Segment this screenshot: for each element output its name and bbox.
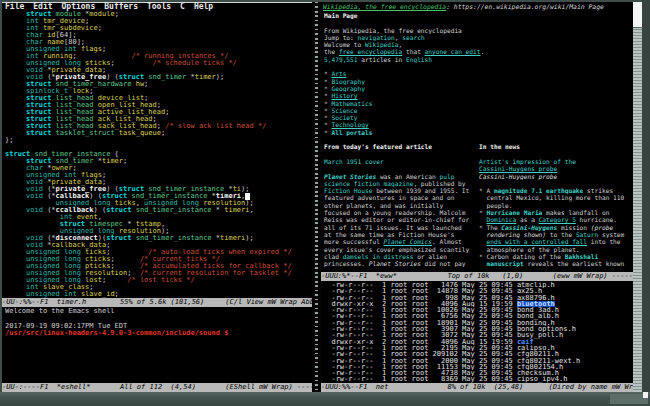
eww-buffer-wikipedia[interactable]: Main Page From Wikipedia, the free encyc… xyxy=(324,12,634,272)
text-segment: ; xyxy=(153,116,157,123)
link[interactable]: magnitude 7.1 earthquake xyxy=(494,187,583,194)
link[interactable]: search xyxy=(402,34,424,41)
text-segment: timer xyxy=(195,74,216,81)
code-buffer-timer-h[interactable]: struct module *module; int tmr_device; i… xyxy=(5,11,312,298)
text-segment: unsigned long xyxy=(56,200,115,207)
menu-bar: FileEditOptionsBuffersToolsCHelp xyxy=(5,3,312,11)
code-line: int event, xyxy=(5,214,312,221)
frame-right-edge xyxy=(642,0,650,392)
link[interactable]: All portals xyxy=(331,129,372,136)
text-segment: int xyxy=(26,18,43,25)
link[interactable]: Artist's impression of the xyxy=(479,158,576,165)
link[interactable]: ends with a controlled fall xyxy=(486,238,587,245)
eshell-buffer[interactable]: Welcome to the Emacs shell 2017-09-19 09… xyxy=(5,308,312,382)
text-segment xyxy=(5,263,26,270)
menu-item-help[interactable]: Help xyxy=(194,2,213,11)
text-segment: ; xyxy=(102,277,127,284)
link[interactable]: pulp xyxy=(440,173,455,180)
menu-item-buffers[interactable]: Buffers xyxy=(104,2,138,11)
eww-line: * Biography xyxy=(324,78,634,85)
link[interactable]: free encyclopedia xyxy=(339,48,402,55)
link[interactable]: Saturn xyxy=(576,231,598,238)
emacs-frame: { "window": { "menu_items": ["File", "Ed… xyxy=(0,0,650,406)
eww-line xyxy=(479,151,634,158)
menu-item-tools[interactable]: Tools xyxy=(147,2,171,11)
link[interactable]: anyone can edit xyxy=(425,48,481,55)
dired-buffer-net[interactable]: -rw-r--r-- 1 root root 1476 May 25 09:45… xyxy=(323,282,634,382)
text-segment: id xyxy=(47,32,55,39)
menu-item-options[interactable]: Options xyxy=(62,2,96,11)
text-segment: clad xyxy=(324,253,343,260)
link[interactable]: Category 5 xyxy=(539,216,576,223)
text-segment: central Mexico, killing more than 110 xyxy=(479,194,624,201)
text-segment: unsigned long xyxy=(26,60,85,67)
link[interactable]: Dominica xyxy=(486,216,516,223)
text-segment: lost xyxy=(85,277,102,284)
link[interactable]: Cassini-Huygens probe xyxy=(479,165,557,172)
text-segment: , xyxy=(136,200,144,207)
window-divider[interactable] xyxy=(312,2,321,392)
eww-line: * Technology xyxy=(324,121,634,128)
link[interactable]: March 1951 cover xyxy=(324,158,384,165)
text-segment: /* current resolution for tasklet */ xyxy=(140,270,292,277)
link[interactable]: Arts xyxy=(331,70,346,77)
code-line: void *private_data; xyxy=(5,67,312,74)
link[interactable]: Cassini-Huygens xyxy=(501,224,557,231)
link[interactable]: science fiction magazine xyxy=(324,180,413,187)
text-segment: at the same time as Fiction House's xyxy=(324,231,454,238)
link[interactable]: Fiction House xyxy=(324,187,372,194)
text-segment: unsigned long xyxy=(26,277,85,284)
link[interactable]: manuscript xyxy=(486,260,523,267)
text-segment: (* xyxy=(47,207,55,214)
menu-item-edit[interactable]: Edit xyxy=(33,2,52,11)
link[interactable]: Hurricane Maria xyxy=(486,209,542,216)
text-segment: other planets, and was initially xyxy=(324,202,443,209)
link[interactable]: Biography xyxy=(331,78,365,85)
text-segment xyxy=(5,25,26,32)
link[interactable]: Wikipedia xyxy=(365,41,399,48)
text-segment: list_head xyxy=(56,116,98,123)
text-segment: callback_data xyxy=(51,242,106,249)
link[interactable]: damsels in distress xyxy=(343,253,414,260)
link[interactable]: navigation xyxy=(358,34,395,41)
menu-item-c[interactable]: C xyxy=(180,2,185,11)
link[interactable]: Technology xyxy=(331,121,368,128)
link[interactable]: English xyxy=(406,56,432,63)
text-segment: pticks xyxy=(85,263,110,270)
text-segment: unsigned int xyxy=(26,46,81,53)
link[interactable]: Science xyxy=(331,107,357,114)
text-segment: /* accumulated ticks for callback */ xyxy=(140,263,292,270)
resize-grip[interactable] xyxy=(643,392,648,398)
eww-line: science fiction magazine, published by xyxy=(324,180,479,187)
text-segment: [80]; xyxy=(64,39,85,46)
text-segment: (* xyxy=(47,74,55,81)
code-line: unsigned long resolution; /* current res… xyxy=(5,270,312,277)
link[interactable]: Wikipedia, the free encyclopedia xyxy=(323,3,446,11)
text-segment: into the xyxy=(587,238,621,245)
eshell-line xyxy=(5,315,312,322)
link[interactable]: Mathematics xyxy=(331,100,372,107)
code-line: int slave_class; xyxy=(5,284,312,291)
link[interactable]: Society xyxy=(331,114,357,121)
text-segment: Planet Stories xyxy=(369,260,421,267)
scrollbar-thumb[interactable] xyxy=(633,2,642,28)
text-segment: (* xyxy=(47,193,55,200)
eww-line: * Carbon dating of the Bakhshali xyxy=(479,253,634,260)
text-segment: ) ( xyxy=(106,74,119,81)
code-line: unsigned long ticks; /* auto-load ticks … xyxy=(5,249,312,256)
text-segment: struct xyxy=(26,109,56,116)
code-line: spinlock_t lock; xyxy=(5,88,312,95)
menu-item-file[interactable]: File xyxy=(5,2,24,11)
dired-row[interactable]: -rw-r--r-- 1 root root 8369 May 25 09:45… xyxy=(323,376,634,382)
link[interactable]: Planet Comics xyxy=(384,238,432,245)
link[interactable]: Planet Stories xyxy=(324,173,376,180)
eww-line: Dominica as a Category 5 hurricane. xyxy=(479,216,634,223)
code-line: unsigned long resolution); xyxy=(5,228,312,235)
eww-line: Artist's impression of the xyxy=(479,158,634,165)
link[interactable]: Geography xyxy=(331,85,365,92)
link[interactable]: Bakhshali xyxy=(565,253,599,260)
link[interactable]: History xyxy=(331,92,357,99)
text-segment: ; xyxy=(72,165,76,172)
vertical-scrollbar[interactable] xyxy=(633,2,642,392)
link[interactable]: 5,479,551 xyxy=(324,56,358,63)
